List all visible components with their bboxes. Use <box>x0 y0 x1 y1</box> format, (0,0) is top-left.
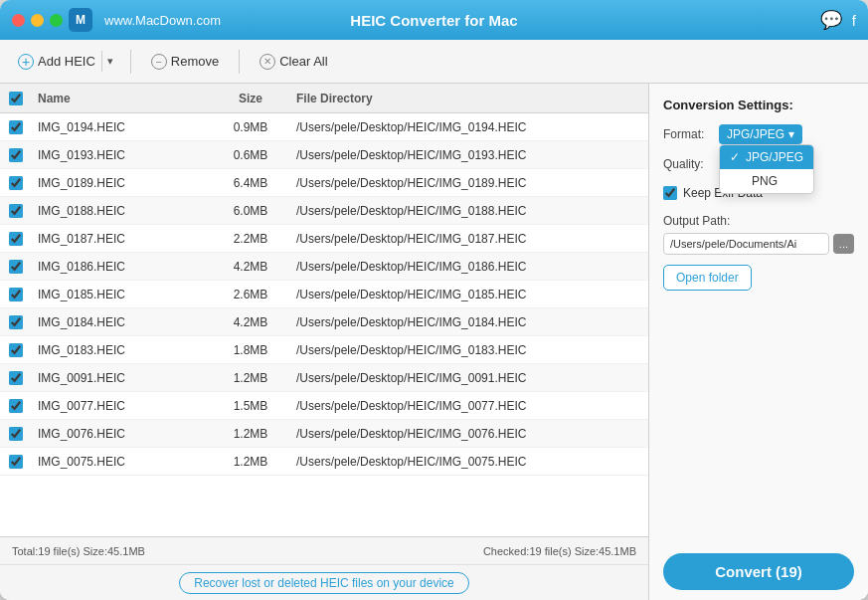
row-checkbox[interactable] <box>9 455 23 469</box>
output-path-row: /Users/pele/Documents/Ai ... <box>663 233 854 255</box>
minimize-button[interactable] <box>31 14 44 27</box>
table-row: IMG_0187.HEIC 2.2MB /Users/pele/Desktop/… <box>0 225 648 253</box>
row-checkbox[interactable] <box>9 120 23 134</box>
row-checkbox[interactable] <box>9 315 23 329</box>
row-name: IMG_0076.HEIC <box>32 427 211 441</box>
add-heic-button[interactable]: + Add HEIC <box>12 50 101 74</box>
app-logo: M <box>69 8 92 32</box>
row-dir: /Users/pele/Desktop/HEIC/IMG_0075.HEIC <box>290 455 648 469</box>
row-name: IMG_0186.HEIC <box>32 260 211 274</box>
status-bar: Total:19 file(s) Size:45.1MB Checked:19 … <box>0 536 648 564</box>
row-dir: /Users/pele/Desktop/HEIC/IMG_0187.HEIC <box>290 232 648 246</box>
maximize-button[interactable] <box>50 14 63 27</box>
row-size: 0.9MB <box>211 120 290 134</box>
row-checkbox[interactable] <box>9 204 23 218</box>
title-bar-right: 💬 f <box>820 9 856 31</box>
row-name: IMG_0183.HEIC <box>32 343 211 357</box>
row-name: IMG_0091.HEIC <box>32 371 211 385</box>
table-row: IMG_0183.HEIC 1.8MB /Users/pele/Desktop/… <box>0 336 648 364</box>
row-name: IMG_0187.HEIC <box>32 232 211 246</box>
row-checkbox-cell <box>0 315 32 329</box>
row-checkbox[interactable] <box>9 260 23 274</box>
dropdown-arrow-icon: ▾ <box>788 127 794 141</box>
exif-checkbox[interactable] <box>663 186 677 200</box>
row-size: 4.2MB <box>211 315 290 329</box>
format-option-png-label: PNG <box>752 174 778 188</box>
row-size: 1.2MB <box>211 371 290 385</box>
quality-label: Quality: <box>663 157 713 171</box>
facebook-icon[interactable]: f <box>852 12 856 29</box>
row-name: IMG_0189.HEIC <box>32 176 211 190</box>
clear-all-button[interactable]: ✕ Clear All <box>252 50 335 74</box>
file-list-section: Name Size File Directory IMG_0194.HEIC 0… <box>0 84 649 600</box>
remove-button[interactable]: − Remove <box>143 50 227 74</box>
row-name: IMG_0077.HEIC <box>32 399 211 413</box>
row-dir: /Users/pele/Desktop/HEIC/IMG_0077.HEIC <box>290 399 648 413</box>
table-row: IMG_0091.HEIC 1.2MB /Users/pele/Desktop/… <box>0 364 648 392</box>
format-option-jpg-label: JPG/JPEG <box>746 150 803 164</box>
row-dir: /Users/pele/Desktop/HEIC/IMG_0076.HEIC <box>290 427 648 441</box>
plus-icon: + <box>18 54 34 70</box>
status-right: Checked:19 file(s) Size:45.1MB <box>483 545 636 557</box>
table-row: IMG_0194.HEIC 0.9MB /Users/pele/Desktop/… <box>0 113 648 141</box>
row-checkbox-cell <box>0 371 32 385</box>
table-row: IMG_0188.HEIC 6.0MB /Users/pele/Desktop/… <box>0 197 648 225</box>
row-checkbox[interactable] <box>9 399 23 413</box>
table-row: IMG_0189.HEIC 6.4MB /Users/pele/Desktop/… <box>0 169 648 197</box>
title-bar-left: M www.MacDown.com <box>12 8 221 32</box>
row-checkbox[interactable] <box>9 427 23 441</box>
row-dir: /Users/pele/Desktop/HEIC/IMG_0183.HEIC <box>290 343 648 357</box>
row-name: IMG_0075.HEIC <box>32 455 211 469</box>
main-content: Name Size File Directory IMG_0194.HEIC 0… <box>0 84 868 600</box>
row-size: 1.5MB <box>211 399 290 413</box>
close-button[interactable] <box>12 14 25 27</box>
row-size: 6.0MB <box>211 204 290 218</box>
table-row: IMG_0186.HEIC 4.2MB /Users/pele/Desktop/… <box>0 253 648 281</box>
row-name: IMG_0184.HEIC <box>32 315 211 329</box>
row-name: IMG_0185.HEIC <box>32 288 211 301</box>
browse-button[interactable]: ... <box>833 234 854 254</box>
row-checkbox-cell <box>0 288 32 301</box>
row-size: 1.2MB <box>211 455 290 469</box>
format-row: Format: JPG/JPEG ▾ ✓ JPG/JPEG <box>663 124 854 144</box>
format-select-wrapper: JPG/JPEG ▾ ✓ JPG/JPEG PNG <box>719 124 802 144</box>
row-checkbox[interactable] <box>9 371 23 385</box>
row-checkbox-cell <box>0 455 32 469</box>
panel-title: Conversion Settings: <box>663 98 854 112</box>
output-path-display: /Users/pele/Documents/Ai <box>663 233 829 255</box>
title-bar: M www.MacDown.com HEIC Converter for Mac… <box>0 0 868 40</box>
row-name: IMG_0188.HEIC <box>32 204 211 218</box>
row-checkbox[interactable] <box>9 232 23 246</box>
convert-button[interactable]: Convert (19) <box>663 553 854 590</box>
row-checkbox[interactable] <box>9 176 23 190</box>
header-size: Size <box>211 92 290 105</box>
row-dir: /Users/pele/Desktop/HEIC/IMG_0193.HEIC <box>290 148 648 162</box>
recover-link[interactable]: Recover lost or deleted HEIC files on yo… <box>179 572 468 594</box>
open-folder-button[interactable]: Open folder <box>663 265 752 291</box>
status-left: Total:19 file(s) Size:45.1MB <box>12 545 145 557</box>
format-option-jpg[interactable]: ✓ JPG/JPEG <box>720 145 813 169</box>
row-dir: /Users/pele/Desktop/HEIC/IMG_0194.HEIC <box>290 120 648 134</box>
recover-bar: Recover lost or deleted HEIC files on yo… <box>0 564 648 600</box>
minus-icon: − <box>151 54 167 70</box>
row-dir: /Users/pele/Desktop/HEIC/IMG_0188.HEIC <box>290 204 648 218</box>
add-heic-dropdown-button[interactable]: ▾ <box>101 51 118 72</box>
chat-icon[interactable]: 💬 <box>820 9 842 31</box>
right-panel: Conversion Settings: Format: JPG/JPEG ▾ … <box>649 84 868 600</box>
row-checkbox-cell <box>0 427 32 441</box>
x-circle-icon: ✕ <box>260 54 275 70</box>
row-checkbox-cell <box>0 120 32 134</box>
format-dropdown-menu: ✓ JPG/JPEG PNG <box>719 144 814 194</box>
format-select-button[interactable]: JPG/JPEG ▾ <box>719 124 802 144</box>
row-checkbox[interactable] <box>9 343 23 357</box>
row-dir: /Users/pele/Desktop/HEIC/IMG_0185.HEIC <box>290 288 648 301</box>
toolbar-divider-2 <box>239 50 240 74</box>
table-row: IMG_0184.HEIC 4.2MB /Users/pele/Desktop/… <box>0 308 648 336</box>
header-dir: File Directory <box>290 92 648 105</box>
row-checkbox[interactable] <box>9 148 23 162</box>
select-all-checkbox[interactable] <box>9 92 23 105</box>
row-checkbox-cell <box>0 399 32 413</box>
row-checkbox[interactable] <box>9 288 23 301</box>
table-row: IMG_0077.HEIC 1.5MB /Users/pele/Desktop/… <box>0 392 648 420</box>
format-option-png[interactable]: PNG <box>720 169 813 193</box>
